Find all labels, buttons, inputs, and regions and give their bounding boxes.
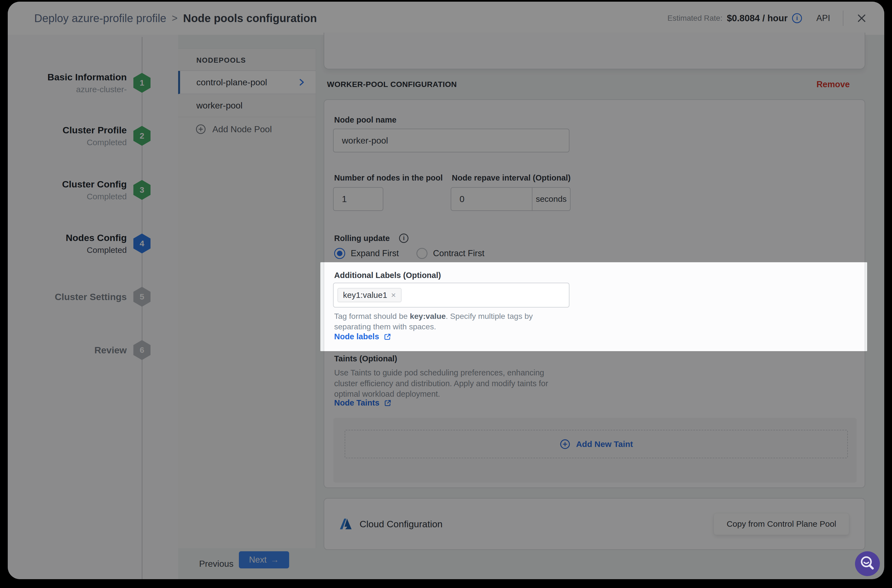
step-title: Basic Information [11, 72, 127, 82]
step-title: Nodes Config [11, 232, 127, 243]
rolling-update-row: Rolling update [334, 234, 408, 243]
external-link-icon [384, 333, 391, 340]
tag-help-pre: Tag format should be [334, 312, 410, 321]
cloud-configuration-title: Cloud Configuration [360, 519, 443, 530]
step-badge: 1 [134, 73, 150, 93]
node-count-label: Number of nodes in the pool [334, 173, 443, 183]
step-subtitle: Completed [11, 192, 127, 201]
circle-plus-icon [195, 124, 206, 135]
radio-label: Expand First [351, 249, 399, 258]
api-button[interactable]: API [816, 13, 830, 23]
rolling-update-options: Expand First Contract First [334, 248, 484, 259]
assistant-search-button[interactable] [855, 551, 880, 576]
step-title: Review [11, 345, 127, 356]
node-taints-link-text: Node Taints [334, 398, 380, 408]
node-labels-link-text: Node labels [334, 332, 379, 341]
magnifier-smile-icon [855, 552, 880, 576]
additional-labels-label: Additional Labels (Optional) [334, 271, 441, 280]
tag-help-format: key:value [410, 312, 446, 321]
step-cluster-config[interactable]: Cluster Config Completed 3 [8, 178, 178, 202]
breadcrumb-deploy-profile[interactable]: Deploy azure-profile profile [34, 12, 166, 25]
step-badge: 4 [134, 234, 150, 254]
step-cluster-settings[interactable]: Cluster Settings 5 [8, 285, 178, 309]
nodepool-item-control-plane-pool[interactable]: control-plane-pool [178, 71, 316, 94]
nodepool-item-label: control-plane-pool [196, 77, 267, 87]
cloud-configuration-card: Cloud Configuration Copy from Control Pl… [324, 498, 865, 550]
nodepools-panel: NODEPOOLS control-plane-pool worker-pool [178, 49, 316, 548]
estimated-rate-label: Estimated Rate: [667, 14, 722, 22]
step-badge: 6 [134, 340, 150, 360]
nodepool-item-worker-pool[interactable]: worker-pool [178, 94, 316, 117]
label-tag-chip: key1:value1 [338, 288, 401, 302]
worker-pool-section-header: WORKER-POOL CONFIGURATION Remove [324, 76, 865, 93]
step-subtitle: Completed [11, 138, 127, 147]
step-basic-information[interactable]: Basic Information azure-cluster- 1 [8, 70, 178, 95]
close-icon[interactable] [856, 13, 867, 24]
chevron-right-icon [297, 78, 306, 86]
control-plane-card-bottom [324, 33, 865, 69]
next-button[interactable]: Next [239, 551, 289, 568]
repave-unit-label: seconds [532, 188, 570, 210]
additional-labels-input[interactable]: key1:value1 [333, 283, 569, 308]
estimated-rate-value: $0.8084 / hour [727, 13, 788, 24]
node-count-input[interactable] [333, 187, 383, 211]
repave-interval-label: Node repave interval (Optional) [452, 173, 571, 183]
step-title: Cluster Config [11, 179, 127, 190]
taints-panel: Add New Taint [333, 418, 857, 483]
circle-plus-icon [560, 439, 571, 450]
worker-pool-config-card: Node pool name Number of nodes in the po… [324, 99, 865, 488]
remove-pool-button[interactable]: Remove [816, 80, 850, 90]
label-tag-text: key1:value1 [343, 290, 387, 300]
step-subtitle: Completed [11, 245, 127, 255]
wizard-footer: Previous Next [178, 548, 884, 579]
repave-interval-input[interactable] [451, 188, 532, 210]
copy-from-control-plane-button[interactable]: Copy from Control Plane Pool [713, 513, 849, 535]
radio-label: Contract First [433, 249, 484, 258]
taints-description: Use Taints to guide pod scheduling prefe… [334, 368, 559, 399]
topbar-divider [843, 10, 843, 26]
step-badge: 5 [134, 287, 150, 307]
next-button-label: Next [249, 555, 267, 565]
node-taints-link[interactable]: Node Taints [334, 398, 392, 408]
wizard-body: Basic Information azure-cluster- 1 Clust… [8, 35, 884, 579]
node-pool-name-label: Node pool name [334, 116, 396, 124]
radio-selected-icon [334, 248, 345, 259]
wizard-content: NODEPOOLS control-plane-pool worker-pool [178, 35, 884, 579]
step-title: Cluster Profile [11, 125, 127, 135]
step-nodes-config[interactable]: Nodes Config Completed 4 [8, 231, 178, 256]
breadcrumb-separator-icon: > [172, 12, 177, 24]
external-link-icon [384, 399, 392, 407]
arrow-right-icon [270, 555, 279, 565]
repave-interval-field: seconds [451, 187, 571, 211]
breadcrumb: Deploy azure-profile profile > Node pool… [34, 12, 317, 25]
step-cluster-profile[interactable]: Cluster Profile Completed 2 [8, 124, 178, 148]
taints-label: Taints (Optional) [334, 354, 397, 363]
deploy-wizard-screen: Deploy azure-profile profile > Node pool… [0, 0, 892, 588]
nodepools-header: NODEPOOLS [178, 49, 316, 71]
radio-unselected-icon [416, 248, 428, 259]
add-new-taint-button[interactable]: Add New Taint [345, 430, 848, 458]
node-labels-link[interactable]: Node labels [334, 332, 391, 341]
radio-expand-first[interactable]: Expand First [334, 248, 399, 259]
wizard-topbar: Deploy azure-profile profile > Node pool… [8, 2, 884, 35]
page-title: Node pools configuration [183, 12, 317, 25]
step-review[interactable]: Review 6 [8, 338, 178, 362]
previous-button[interactable]: Previous [199, 559, 234, 569]
topbar-right: Estimated Rate: $0.8084 / hour API [667, 10, 867, 26]
rolling-update-info-icon[interactable] [399, 234, 408, 243]
deploy-wizard-modal: Deploy azure-profile profile > Node pool… [8, 2, 884, 579]
azure-logo-icon [340, 518, 352, 530]
rate-info-icon[interactable] [792, 13, 802, 23]
add-node-pool-label: Add Node Pool [212, 124, 272, 135]
add-node-pool-button[interactable]: Add Node Pool [178, 117, 316, 141]
step-badge: 2 [134, 126, 150, 146]
radio-contract-first[interactable]: Contract First [416, 248, 484, 259]
tag-format-help: Tag format should be key:value. Specify … [334, 311, 561, 332]
step-badge: 3 [134, 180, 150, 200]
steps-sidebar: Basic Information azure-cluster- 1 Clust… [8, 35, 178, 579]
worker-pool-section-title: WORKER-POOL CONFIGURATION [327, 80, 457, 89]
rolling-update-label: Rolling update [334, 234, 390, 243]
remove-tag-icon[interactable] [391, 290, 396, 300]
step-title: Cluster Settings [11, 291, 127, 302]
node-pool-name-input[interactable] [333, 129, 569, 152]
